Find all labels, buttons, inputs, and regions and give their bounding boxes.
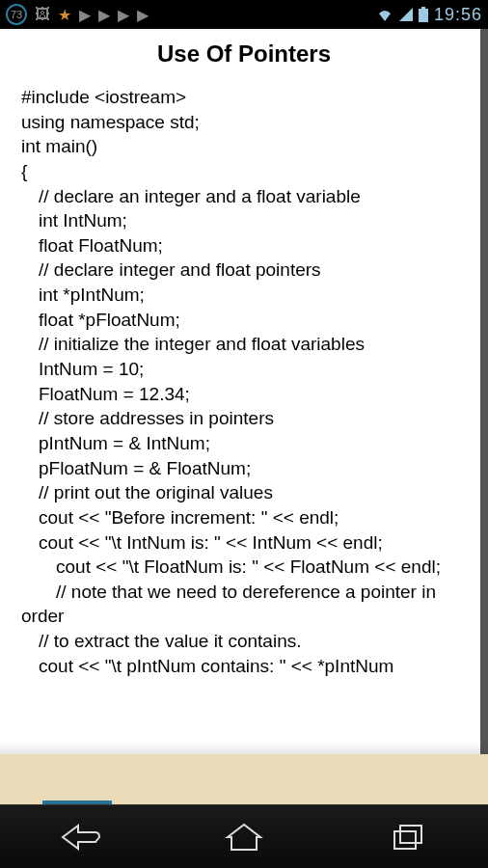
content-area[interactable]: Use Of Pointers #include <iostream>using… <box>0 29 488 791</box>
page-title: Use Of Pointers <box>0 29 488 85</box>
svg-rect-2 <box>394 831 416 849</box>
code-block: #include <iostream>using namespace std;i… <box>0 85 488 678</box>
code-line: cout << "\t pIntNum contains: " << *pInt… <box>21 654 467 679</box>
code-line: cout << "\t FloatNum is: " << FloatNum <… <box>21 555 467 580</box>
home-button[interactable] <box>196 816 292 858</box>
code-line: float FloatNum; <box>21 233 467 258</box>
code-line: // note that we need to dereference a po… <box>21 580 467 629</box>
star-icon: ★ <box>58 6 71 24</box>
code-line: cout << "Before increment: " << endl; <box>21 505 467 530</box>
picture-icon: 🖼 <box>35 6 50 23</box>
code-line: // to extract the value it contains. <box>21 629 467 654</box>
code-line: int IntNum; <box>21 208 467 233</box>
svg-rect-3 <box>400 826 421 843</box>
code-line: pIntNum = & IntNum; <box>21 431 467 456</box>
svg-rect-1 <box>419 9 428 22</box>
code-line: { <box>21 159 467 184</box>
cell-signal-icon <box>399 8 413 21</box>
ad-shadow <box>0 743 488 754</box>
code-line: int main() <box>21 134 467 159</box>
navigation-bar <box>0 804 488 868</box>
status-bar: 73 🖼 ★ ▶ ▶ ▶ ▶ 19:56 <box>0 0 488 29</box>
code-line: // declare an integer and a float variab… <box>21 184 467 209</box>
back-button[interactable] <box>33 816 129 858</box>
code-line: FloatNum = 12.34; <box>21 382 467 407</box>
ad-banner[interactable] <box>0 754 488 804</box>
play-store-icon: ▶ <box>79 6 91 24</box>
clock-time: 19:56 <box>434 5 482 25</box>
recent-apps-button[interactable] <box>359 816 455 858</box>
play-store-icon-2: ▶ <box>98 6 110 24</box>
notification-count-badge: 73 <box>6 4 27 25</box>
code-line: // print out the original values <box>21 480 467 505</box>
play-store-icon-3: ▶ <box>118 6 129 24</box>
code-line: IntNum = 10; <box>21 357 467 382</box>
code-line: #include <iostream> <box>21 85 467 110</box>
code-line: cout << "\t IntNum is: " << IntNum << en… <box>21 530 467 556</box>
code-line: int *pIntNum; <box>21 283 467 308</box>
status-left-group: 73 🖼 ★ ▶ ▶ ▶ ▶ <box>6 4 149 25</box>
battery-icon <box>419 7 428 22</box>
code-line: // store addresses in pointers <box>21 406 467 431</box>
play-store-icon-4: ▶ <box>137 6 149 24</box>
wifi-icon <box>376 8 393 21</box>
svg-rect-0 <box>421 7 425 9</box>
code-line: // declare integer and float pointers <box>21 258 467 283</box>
code-line: // initialize the integer and float vari… <box>21 332 467 357</box>
code-line: pFloatNum = & FloatNum; <box>21 456 467 481</box>
code-line: using namespace std; <box>21 110 467 135</box>
status-right-group: 19:56 <box>376 5 482 25</box>
code-line: float *pFloatNum; <box>21 308 467 333</box>
scrollbar[interactable] <box>480 29 488 791</box>
